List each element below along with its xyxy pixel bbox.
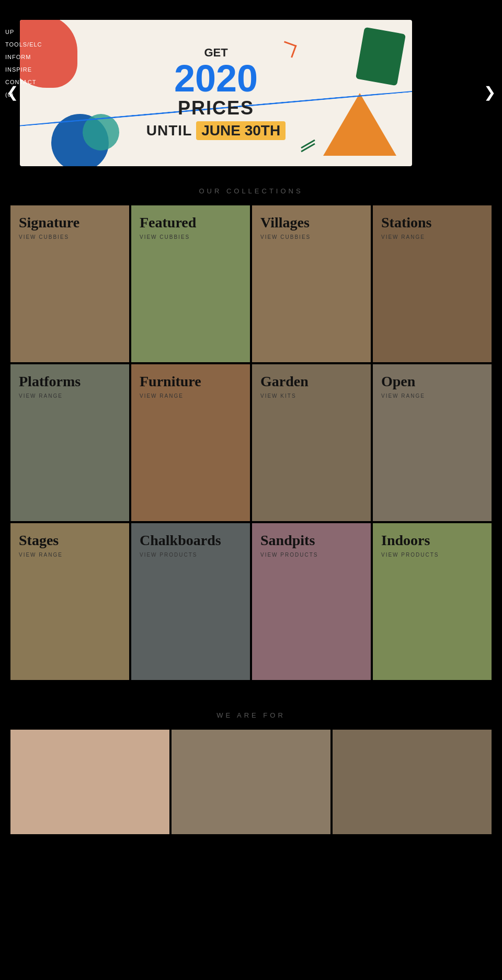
card-sandpits-title: Sandpits	[260, 533, 315, 549]
card-platforms[interactable]: Platforms VIEW RANGE	[10, 364, 129, 521]
sidebar-item-contact[interactable]: CONTACT	[5, 79, 42, 85]
card-featured-title: Featured	[140, 215, 196, 231]
we-are-card-3[interactable]	[333, 730, 492, 834]
card-stages[interactable]: Stages VIEW RANGE	[10, 523, 129, 680]
sidebar-nav: UP TOOLS/ELC INFORM INSPIRE CONTACT (0)	[5, 29, 42, 98]
card-platforms-subtitle: VIEW RANGE	[19, 393, 63, 399]
green-rect-shape	[356, 27, 406, 86]
card-featured-subtitle: VIEW CUBBIES	[140, 234, 190, 240]
card-garden[interactable]: Garden VIEW KITS	[252, 364, 371, 521]
card-villages-title: Villages	[260, 215, 310, 231]
hero-year-text: 2020	[146, 60, 286, 97]
card-furniture[interactable]: Furniture VIEW RANGE	[131, 364, 250, 521]
card-stages-subtitle: VIEW RANGE	[19, 552, 63, 558]
hero-until-text: UNTIL	[146, 122, 192, 139]
sidebar-item-cart[interactable]: (0)	[5, 91, 42, 98]
card-chalkboards-title: Chalkboards	[140, 533, 221, 549]
we-are-title: WE ARE FOR	[10, 711, 492, 719]
card-stations-subtitle: VIEW RANGE	[381, 234, 425, 240]
we-are-card-2[interactable]	[172, 730, 330, 834]
sidebar-item-tools[interactable]: TOOLS/ELC	[5, 41, 42, 48]
card-open-title: Open	[381, 374, 415, 390]
card-indoors[interactable]: Indoors VIEW PRODUCTS	[373, 523, 492, 680]
sidebar-item-inform[interactable]: INFORM	[5, 54, 42, 60]
card-garden-subtitle: VIEW KITS	[260, 393, 296, 399]
card-indoors-title: Indoors	[381, 533, 430, 549]
hero-get-text: GET	[146, 46, 286, 60]
collection-row-3: Stages VIEW RANGE Chalkboards VIEW PRODU…	[10, 523, 492, 680]
card-platforms-title: Platforms	[19, 374, 81, 390]
sidebar-item-inspire[interactable]: INSPIRE	[5, 66, 42, 73]
card-garden-title: Garden	[260, 374, 309, 390]
card-open[interactable]: Open VIEW RANGE	[373, 364, 492, 521]
card-furniture-subtitle: VIEW RANGE	[140, 393, 184, 399]
card-stages-title: Stages	[19, 533, 59, 549]
card-featured[interactable]: Featured VIEW CUBBIES	[131, 205, 250, 362]
collection-row-2: Platforms VIEW RANGE Furniture VIEW RANG…	[10, 364, 492, 521]
card-signature[interactable]: Signature VIEW CUBBIES	[10, 205, 129, 362]
card-villages[interactable]: Villages VIEW CUBBIES	[252, 205, 371, 362]
card-open-subtitle: VIEW RANGE	[381, 393, 425, 399]
orange-triangle-shape	[323, 93, 396, 156]
card-stations-title: Stations	[381, 215, 431, 231]
hero-prices-text: PRICES	[146, 97, 286, 119]
card-stations[interactable]: Stations VIEW RANGE	[373, 205, 492, 362]
card-chalkboards[interactable]: Chalkboards VIEW PRODUCTS	[131, 523, 250, 680]
card-sandpits[interactable]: Sandpits VIEW PRODUCTS	[252, 523, 371, 680]
card-signature-subtitle: VIEW CUBBIES	[19, 234, 69, 240]
card-furniture-title: Furniture	[140, 374, 201, 390]
card-villages-subtitle: VIEW CUBBIES	[260, 234, 311, 240]
card-sandpits-subtitle: VIEW PRODUCTS	[260, 552, 318, 558]
hero-date-text: JUNE 30TH	[196, 121, 286, 140]
card-indoors-subtitle: VIEW PRODUCTS	[381, 552, 439, 558]
hero-content: GET 2020 PRICES UNTIL JUNE 30TH	[146, 46, 286, 140]
collection-row-1: Signature VIEW CUBBIES Featured VIEW CUB…	[10, 205, 492, 362]
we-are-grid	[10, 730, 492, 834]
card-chalkboards-subtitle: VIEW PRODUCTS	[140, 552, 197, 558]
we-are-card-1[interactable]	[10, 730, 169, 834]
next-arrow[interactable]: ❯	[484, 84, 496, 101]
collections-title: OUR COLLECTIONS	[10, 187, 492, 195]
collections-section: OUR COLLECTIONS Signature VIEW CUBBIES F…	[0, 187, 502, 680]
sidebar-item-up[interactable]: UP	[5, 29, 42, 35]
hero-banner: GET 2020 PRICES UNTIL JUNE 30TH	[20, 20, 412, 166]
card-signature-title: Signature	[19, 215, 79, 231]
green-lines-shape	[298, 141, 318, 151]
we-are-section: WE ARE FOR	[0, 711, 502, 834]
